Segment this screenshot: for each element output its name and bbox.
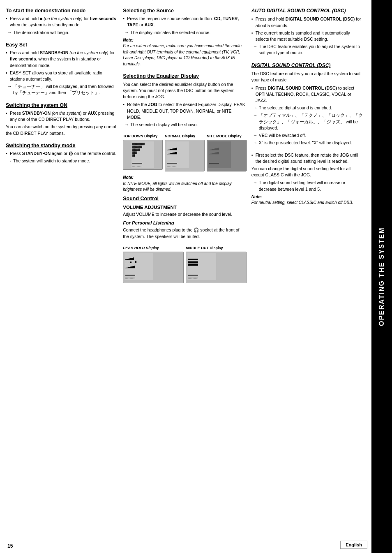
sound-control-section: Sound Control VOLUME ADJUSTMENT Adjust V… [123, 195, 247, 240]
column-1: To start the demonstration mode • Press … [6, 7, 118, 283]
svg-text:▇▇▇▇▇▇▇▇: ▇▇▇▇▇▇▇▇ [188, 263, 198, 266]
svg-text:▁▂▃▄▅▆▇█: ▁▂▃▄▅▆▇█ [167, 148, 178, 150]
standby-mode-section: Switching the standby mode • Press STAND… [6, 142, 118, 164]
nite-svg: ▁▂▃▄▅▆▇█ ▁▂▃▄▅▆▇█ ■■■■■■■■ [208, 141, 231, 168]
svg-text:▁▂▃▄▅▆▇█: ▁▂▃▄▅▆▇█ [209, 148, 219, 150]
standby-on-section: Switching the system ON • Press STANDBY•… [6, 102, 118, 137]
nite-mode-display: NITE MODE Display ▁▂▃▄▅▆▇█ ▁▂▃▄▅▆▇█ ■■■■… [207, 134, 247, 171]
svg-text:▓▓▓▓: ▓▓▓▓ [132, 151, 138, 154]
selecting-source-bullet: • Press the respective source selection … [123, 16, 247, 28]
easy-set-title: Easy Set [6, 42, 118, 48]
easy-set-arrow: → 「チューナー」 will be displayed, and then fo… [6, 83, 118, 96]
digital-sound-section: DIGITAL SOUND CONTROL (DSC) The DSC feat… [251, 62, 364, 146]
normal-svg: ▁▂▃▄▅▆▇█ ▁▂▃▄▅▆▇█ ■■■■■■■■ □□□□□□□□ [166, 141, 189, 168]
middle-out-display: MIDDLE OUT Display ▄▄▄▄▄▄▄▄ ▅▅▅▅▅▅▅▅ ▇▇▇… [186, 245, 247, 283]
personal-body: Connect the headphones plug to the 🎧 soc… [123, 227, 247, 239]
normal-label: NORMAL Display [165, 134, 205, 139]
jog-arrow: → The digital sound setting level will i… [251, 180, 364, 192]
svg-text:■■■■■■■■: ■■■■■■■■ [167, 162, 177, 164]
jog-body: You can change the digital sound setting… [251, 166, 364, 178]
svg-text:▓▓▓▓▓▓▓▓▓▓: ▓▓▓▓▓▓▓▓▓▓ [132, 143, 145, 146]
middle-out-svg: ▄▄▄▄▄▄▄▄ ▅▅▅▅▅▅▅▅ ▇▇▇▇▇▇▇▇ ■■■■■■■■ □□□□… [187, 253, 216, 280]
peak-hold-label: PEAK HOLD Display [123, 245, 184, 251]
neutral-note: Note: For neutral setting, select CLASSI… [251, 194, 364, 206]
peak-hold-svg: ▂▃▄▅▆▇█ _ _ ▄ _ ▇ _ ▁▂▃▄▅▆▇█ ■■■■■■■■ □□… [125, 253, 153, 280]
digital-sound-bullet: • Press DIGITAL SOUND CONTROL (DSC) to s… [251, 85, 364, 104]
auto-dsc-bullet-2: • The current music is sampled and it au… [251, 30, 364, 42]
top-down-display: TOP DOWN Display ▓▓▓▓▓▓▓▓▓▓ ▓▓▓▓▓▓▓▓ ▓▓▓… [123, 134, 163, 171]
eq-section: Selecting the Equalizer Display You can … [123, 73, 247, 128]
nite-note: Note: In NITE MODE, all lights will be s… [123, 175, 247, 193]
svg-text:▁▂▃▄▅▆▇█: ▁▂▃▄▅▆▇█ [167, 152, 178, 155]
demo-bullet-1: • Press and hold ■ (on the system only) … [6, 16, 118, 28]
auto-dsc-title: AUTO DIGITAL SOUND CONTROL (DSC) [251, 7, 364, 14]
svg-text:▅▅▅▅▅▅▅▅: ▅▅▅▅▅▅▅▅ [188, 260, 198, 263]
demo-arrow-1: → The demonstration will begin. [6, 30, 118, 36]
svg-text:_ _ ▄ _ ▇ _: _ _ ▄ _ ▇ _ [125, 260, 139, 263]
display-panels-top: TOP DOWN Display ▓▓▓▓▓▓▓▓▓▓ ▓▓▓▓▓▓▓▓ ▓▓▓… [123, 134, 247, 171]
svg-text:▓▓: ▓▓ [132, 154, 135, 157]
easy-set-section: Easy Set • Press and hold STANDBY•ON (on… [6, 42, 118, 96]
eq-body: You can select the desired equalizer dis… [123, 81, 247, 100]
top-down-label: TOP DOWN Display [123, 134, 163, 139]
svg-text:▓▓▓▓▓▓: ▓▓▓▓▓▓ [132, 148, 140, 151]
personal-title: For Personal Listening [123, 220, 247, 226]
svg-text:□□□□□□□□: □□□□□□□□ [132, 165, 142, 167]
eq-title: Selecting the Equalizer Display [123, 73, 247, 79]
nite-mode-label: NITE MODE Display [207, 134, 247, 139]
selecting-source-note: Note: For an external source, make sure … [123, 37, 247, 67]
selecting-source-title: Selecting the Source [123, 7, 247, 14]
svg-text:■■■■■■■■: ■■■■■■■■ [125, 274, 135, 276]
standby-mode-title: Switching the standby mode [6, 142, 118, 149]
standby-mode-arrow: → The system will switch to standby mode… [6, 158, 118, 164]
demo-title: To start the demonstration mode [6, 7, 118, 14]
middle-out-label: MIDDLE OUT Display [186, 245, 247, 251]
nite-mode-panel: ▁▂▃▄▅▆▇█ ▁▂▃▄▅▆▇█ ■■■■■■■■ [207, 140, 247, 171]
demo-section: To start the demonstration mode • Press … [6, 7, 118, 36]
standby-on-bullet: • Press STANDBY•ON (on the system) or AU… [6, 110, 118, 123]
svg-text:▓▓▓▓▓▓▓▓: ▓▓▓▓▓▓▓▓ [132, 146, 143, 148]
standby-on-title: Switching the system ON [6, 102, 118, 109]
digital-sound-arrow: → The selected digital sound is enriched… [251, 105, 364, 111]
jog-section: • First select the DSC feature, then rot… [251, 152, 364, 206]
svg-text:□□□□□□□□: □□□□□□□□ [125, 277, 135, 279]
column-2: Selecting the Source • Press the respect… [123, 7, 247, 283]
svg-text:▄▄▄▄▄▄▄▄: ▄▄▄▄▄▄▄▄ [188, 257, 198, 260]
eq-bullet: • Rotate the JOG to select the desired E… [123, 102, 247, 120]
column-3: AUTO DIGITAL SOUND CONTROL (DSC) • Press… [251, 7, 364, 283]
svg-text:▂▃▄▅▆▇█: ▂▃▄▅▆▇█ [125, 257, 134, 260]
svg-text:▁▂▃▄▅▆▇█: ▁▂▃▄▅▆▇█ [125, 266, 136, 268]
page-number: 15 [7, 543, 13, 549]
standby-on-note: You can also switch on the system by pre… [6, 124, 118, 136]
top-down-svg: ▓▓▓▓▓▓▓▓▓▓ ▓▓▓▓▓▓▓▓ ▓▓▓▓▓▓ ▓▓▓▓ ▓▓ ■■■■■… [131, 141, 154, 168]
easy-set-bullet-1: • Press and hold STANDBY•ON (on the syst… [6, 50, 118, 69]
svg-text:▁▂▃▄▅▆▇█: ▁▂▃▄▅▆▇█ [209, 152, 219, 155]
middle-out-panel: ▄▄▄▄▄▄▄▄ ▅▅▅▅▅▅▅▅ ▇▇▇▇▇▇▇▇ ■■■■■■■■ □□□□… [186, 252, 247, 283]
auto-dsc-arrow: → The DSC feature enables you to adjust … [251, 44, 364, 56]
normal-display: NORMAL Display ▁▂▃▄▅▆▇█ ▁▂▃▄▅▆▇█ ■■■■■■■… [165, 134, 205, 171]
normal-panel: ▁▂▃▄▅▆▇█ ▁▂▃▄▅▆▇█ ■■■■■■■■ □□□□□□□□ [165, 140, 205, 171]
digital-sound-x: → X" is the pre-selected level. "X" will… [251, 140, 364, 146]
selecting-source-arrow: → The display indicates the selected sou… [123, 30, 247, 36]
svg-text:■■■■■■■■: ■■■■■■■■ [209, 162, 219, 164]
easy-set-bullet-2: • EASY SET allows you to store all avail… [6, 70, 118, 82]
peak-hold-panel: ▂▃▄▅▆▇█ _ _ ▄ _ ▇ _ ▁▂▃▄▅▆▇█ ■■■■■■■■ □□… [123, 252, 184, 283]
digital-sound-arrow2: → 「オプティマル」、「テクノ」、「ロック」、「クラシック」、「ヴォーカル」、「… [251, 112, 364, 131]
page-side-title: OPERATING THE SYSTEM [371, 0, 392, 553]
svg-text:■■■■■■■■: ■■■■■■■■ [188, 274, 198, 276]
digital-sound-vec: → VEC will be switched off. [251, 132, 364, 139]
eq-arrow: → The selected display will be shown. [123, 122, 247, 128]
jog-bullet: • First select the DSC feature, then rot… [251, 152, 364, 164]
sound-control-title: Sound Control [123, 195, 247, 202]
peak-hold-display: PEAK HOLD Display ▂▃▄▅▆▇█ _ _ ▄ _ ▇ _ ▁▂… [123, 245, 184, 283]
top-down-panel: ▓▓▓▓▓▓▓▓▓▓ ▓▓▓▓▓▓▓▓ ▓▓▓▓▓▓ ▓▓▓▓ ▓▓ ■■■■■… [123, 140, 163, 170]
volume-title: VOLUME ADJUSTMENT [123, 204, 247, 211]
display-panels-bottom: PEAK HOLD Display ▂▃▄▅▆▇█ _ _ ▄ _ ▇ _ ▁▂… [123, 245, 247, 283]
svg-text:□□□□□□□□: □□□□□□□□ [188, 277, 198, 279]
language-label: English [340, 541, 367, 549]
selecting-source-section: Selecting the Source • Press the respect… [123, 7, 247, 67]
volume-body: Adjust VOLUME to increase or decrease th… [123, 211, 247, 217]
svg-text:□□□□□□□□: □□□□□□□□ [167, 165, 177, 167]
svg-text:■■■■■■■■: ■■■■■■■■ [132, 162, 142, 164]
digital-sound-title: DIGITAL SOUND CONTROL (DSC) [251, 62, 364, 69]
